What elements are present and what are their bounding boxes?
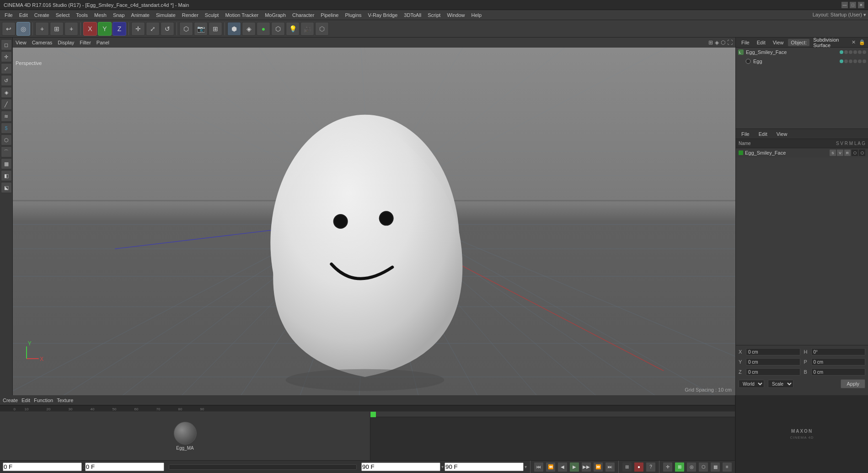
menu-motion-tracker[interactable]: Motion Tracker bbox=[222, 11, 261, 19]
menu-file[interactable]: File bbox=[2, 11, 16, 19]
add-button[interactable]: + bbox=[64, 22, 78, 36]
menu-vray[interactable]: V-Ray Bridge bbox=[365, 11, 401, 19]
camera2-button[interactable]: 🎥 bbox=[300, 22, 314, 36]
menu-script[interactable]: Script bbox=[425, 11, 443, 19]
move-button[interactable]: ✛ bbox=[131, 22, 145, 36]
menu-sculpt[interactable]: Sculpt bbox=[202, 11, 222, 19]
vp-icon-4[interactable]: ⛶ bbox=[727, 39, 733, 46]
poly-tool-button[interactable]: ⬡ bbox=[1, 134, 12, 145]
menu-render[interactable]: Render bbox=[179, 11, 201, 19]
add-object-button[interactable]: + bbox=[35, 22, 49, 36]
record-button[interactable]: ⊞ bbox=[622, 462, 632, 472]
attr-icon-2[interactable]: V bbox=[837, 150, 843, 156]
next-frame-button[interactable]: ⏩ bbox=[593, 462, 603, 472]
obj-row-egg-smiley[interactable]: L Egg_Smiley_Face bbox=[736, 48, 868, 57]
object-mode-button[interactable]: ⬡ bbox=[271, 22, 285, 36]
point-mode-button[interactable]: ● bbox=[257, 22, 270, 36]
extrude-tool-button[interactable]: $ bbox=[1, 123, 12, 134]
vp-display[interactable]: Display bbox=[58, 40, 74, 45]
viewport-canvas[interactable]: X Y Perspective Grid Spacing : 10 cm bbox=[13, 48, 735, 395]
start-frame-input[interactable] bbox=[85, 462, 164, 471]
menu-tools[interactable]: Tools bbox=[73, 11, 91, 19]
scale-select[interactable]: Scale bbox=[768, 380, 793, 388]
vp-icon-3[interactable]: ⬡ bbox=[721, 39, 725, 46]
menu-simulate[interactable]: Simulate bbox=[153, 11, 178, 19]
end-frame-input[interactable] bbox=[361, 462, 440, 471]
coord-z-pos-value[interactable]: 0 cm bbox=[746, 368, 800, 376]
play-all-button[interactable]: ▶▶ bbox=[581, 462, 591, 472]
attr-tab-edit[interactable]: Edit bbox=[756, 130, 770, 138]
attr-tab-file[interactable]: File bbox=[739, 130, 752, 138]
object-select-button[interactable]: ◈ bbox=[1, 87, 12, 98]
timeline-playhead[interactable] bbox=[370, 412, 376, 417]
attr-tab-view[interactable]: View bbox=[774, 130, 790, 138]
select-tool-button[interactable]: ◻ bbox=[1, 39, 12, 50]
vp-filter[interactable]: Filter bbox=[80, 40, 91, 45]
texture-tool-button[interactable]: ◧ bbox=[1, 170, 12, 181]
help-button[interactable]: ? bbox=[646, 462, 656, 472]
z-axis-button[interactable]: Z bbox=[113, 22, 126, 36]
menu-mesh[interactable]: Mesh bbox=[91, 11, 109, 19]
material-item-egg[interactable]: Egg_MA bbox=[174, 422, 197, 451]
edge-mode-button[interactable]: ◈ bbox=[242, 22, 256, 36]
motion-path-button[interactable]: ◎ bbox=[686, 462, 697, 472]
view-cube-button[interactable]: ⬡ bbox=[179, 22, 193, 36]
menu-pipeline[interactable]: Pipeline bbox=[318, 11, 341, 19]
snap-button[interactable]: ✛ bbox=[663, 462, 673, 472]
mat-texture[interactable]: Texture bbox=[57, 398, 73, 403]
polygon-mode-button[interactable]: ⬢ bbox=[227, 22, 241, 36]
menu-character[interactable]: Character bbox=[289, 11, 317, 19]
render2-button[interactable]: ⬡ bbox=[315, 22, 329, 36]
menu-3dtoall[interactable]: 3DToAll bbox=[401, 11, 424, 19]
knife-tool-button[interactable]: ╱ bbox=[1, 99, 12, 110]
menu-plugins[interactable]: Plugins bbox=[342, 11, 364, 19]
menu-mograph[interactable]: MoGraph bbox=[262, 11, 289, 19]
panel-tab-view[interactable]: View bbox=[770, 39, 787, 46]
x-axis-button[interactable]: X bbox=[83, 22, 97, 36]
panel-tab-file[interactable]: File bbox=[739, 39, 752, 46]
coord-p-rot-value[interactable]: 0 cm bbox=[811, 358, 866, 366]
ik-button[interactable]: ⊞ bbox=[675, 462, 685, 472]
panel-close-button[interactable]: ✕ bbox=[852, 39, 856, 45]
menu-select[interactable]: Select bbox=[53, 11, 73, 19]
coord-h-rot-value[interactable]: 0° bbox=[811, 348, 866, 355]
play-button[interactable]: ▶ bbox=[569, 462, 579, 472]
material-ball-egg[interactable] bbox=[174, 422, 197, 445]
vp-icon-2[interactable]: ◈ bbox=[715, 39, 719, 46]
minimize-button[interactable]: — bbox=[841, 2, 848, 8]
play-reverse-button[interactable]: ◀ bbox=[557, 462, 568, 472]
sculpt-tool-button[interactable]: ⌒ bbox=[1, 146, 12, 157]
timeline-extra-button[interactable]: ≡ bbox=[722, 462, 732, 472]
mat-create[interactable]: Create bbox=[3, 398, 18, 403]
current-frame-input[interactable] bbox=[3, 462, 82, 471]
grid-button[interactable]: ▦ bbox=[710, 462, 720, 472]
undo-button[interactable]: ↩ bbox=[2, 22, 16, 36]
vp-icon-1[interactable]: ⊞ bbox=[708, 39, 713, 46]
autokey-button[interactable]: ● bbox=[634, 462, 644, 472]
render-region-button[interactable]: ⊞ bbox=[209, 22, 222, 36]
menu-create[interactable]: Create bbox=[32, 11, 52, 19]
close-button[interactable]: ✕ bbox=[858, 2, 864, 8]
scale-button[interactable]: ⤢ bbox=[146, 22, 160, 36]
rotate-tool-button[interactable]: ↺ bbox=[1, 75, 12, 86]
coord-b-rot-value[interactable]: 0 cm bbox=[811, 368, 866, 376]
menu-help[interactable]: Help bbox=[469, 11, 485, 19]
scale-tool-button[interactable]: ⤢ bbox=[1, 63, 12, 74]
coord-x-pos-value[interactable]: 0 cm bbox=[746, 348, 800, 355]
viewport[interactable]: View Cameras Display Filter Panel ⊞ ◈ ⬡ … bbox=[13, 38, 735, 395]
attr-icon-1[interactable]: S bbox=[830, 150, 836, 156]
goto-start-button[interactable]: ⏮ bbox=[534, 462, 544, 472]
panel-tab-object[interactable]: Object: bbox=[788, 39, 809, 46]
mat-function[interactable]: Function bbox=[34, 398, 53, 403]
maximize-button[interactable]: □ bbox=[850, 2, 856, 8]
menu-animate[interactable]: Animate bbox=[129, 11, 152, 19]
camera-button[interactable]: 📷 bbox=[194, 22, 208, 36]
playback-record2-button[interactable]: ⬡ bbox=[698, 462, 708, 472]
paint-tool-button[interactable]: ▦ bbox=[1, 158, 12, 169]
obj-row-egg[interactable]: Egg bbox=[736, 57, 868, 66]
vp-cameras[interactable]: Cameras bbox=[32, 40, 53, 45]
panel-tab-edit[interactable]: Edit bbox=[754, 39, 768, 46]
uv-tool-button[interactable]: ⬕ bbox=[1, 182, 12, 193]
vp-panel[interactable]: Panel bbox=[96, 40, 109, 45]
live-button[interactable]: ◎ bbox=[16, 22, 30, 36]
